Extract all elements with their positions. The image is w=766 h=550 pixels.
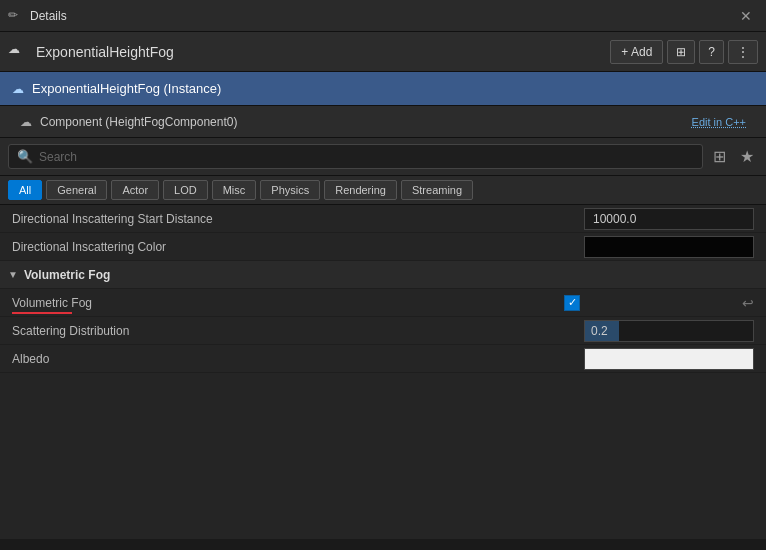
- scattering-distribution-value[interactable]: 0.2: [584, 320, 754, 342]
- details-icon: ✏: [8, 8, 24, 24]
- volumetric-fog-checkbox-container: ✓: [564, 295, 734, 311]
- component-left: ☁ Component (HeightFogComponent0): [20, 115, 237, 129]
- content-area: Directional Inscattering Start Distance …: [0, 205, 766, 539]
- volumetric-fog-section-header[interactable]: ▼ Volumetric Fog: [0, 261, 766, 289]
- volumetric-fog-toggle-label: Volumetric Fog: [12, 296, 564, 310]
- title-bar: ✏ Details ✕: [0, 0, 766, 32]
- directional-inscattering-color-label: Directional Inscattering Color: [12, 240, 584, 254]
- add-button[interactable]: + Add: [610, 40, 663, 64]
- scattering-distribution-label: Scattering Distribution: [12, 324, 584, 338]
- instance-row[interactable]: ☁ ExponentialHeightFog (Instance): [0, 72, 766, 106]
- grid-layout-button[interactable]: ⊞: [667, 40, 695, 64]
- search-icon: 🔍: [17, 149, 33, 164]
- tab-streaming[interactable]: Streaming: [401, 180, 473, 200]
- volumetric-fog-toggle-row: Volumetric Fog ✓ ↩: [0, 289, 766, 317]
- tab-lod[interactable]: LOD: [163, 180, 208, 200]
- component-name: Component (HeightFogComponent0): [40, 115, 237, 129]
- tab-all[interactable]: All: [8, 180, 42, 200]
- volumetric-fog-checkbox[interactable]: ✓: [564, 295, 580, 311]
- edit-in-cpp-link[interactable]: Edit in C++: [692, 116, 746, 128]
- panel-title: Details: [30, 9, 734, 23]
- more-options-button[interactable]: ⋮: [728, 40, 758, 64]
- albedo-label: Albedo: [12, 352, 584, 366]
- tab-physics[interactable]: Physics: [260, 180, 320, 200]
- directional-inscattering-color-swatch[interactable]: [584, 236, 754, 258]
- section-expand-arrow: ▼: [8, 269, 18, 280]
- search-row: 🔍 ⊞ ★: [0, 138, 766, 176]
- actor-header: ☁ ExponentialHeightFog + Add ⊞ ? ⋮: [0, 32, 766, 72]
- directional-inscattering-start-distance-value[interactable]: 10000.0: [584, 208, 754, 230]
- section-title: Volumetric Fog: [24, 268, 110, 282]
- actor-name: ExponentialHeightFog: [36, 44, 610, 60]
- tab-general[interactable]: General: [46, 180, 107, 200]
- volumetric-fog-reset-button[interactable]: ↩: [742, 295, 754, 311]
- tab-actor[interactable]: Actor: [111, 180, 159, 200]
- filter-grid-button[interactable]: ⊞: [709, 145, 730, 168]
- search-box: 🔍: [8, 144, 703, 169]
- component-fog-icon: ☁: [20, 115, 32, 129]
- actor-fog-icon: ☁: [8, 42, 28, 62]
- filter-tabs: All General Actor LOD Misc Physics Rende…: [0, 176, 766, 205]
- scattering-distribution-text: 0.2: [585, 324, 614, 338]
- albedo-row: Albedo: [0, 345, 766, 373]
- search-input[interactable]: [39, 150, 694, 164]
- albedo-swatch[interactable]: [584, 348, 754, 370]
- help-button[interactable]: ?: [699, 40, 724, 64]
- instance-fog-icon: ☁: [12, 82, 24, 96]
- instance-name: ExponentialHeightFog (Instance): [32, 81, 221, 96]
- tab-rendering[interactable]: Rendering: [324, 180, 397, 200]
- directional-inscattering-color-row: Directional Inscattering Color: [0, 233, 766, 261]
- favorites-button[interactable]: ★: [736, 145, 758, 168]
- directional-inscattering-start-distance-row: Directional Inscattering Start Distance …: [0, 205, 766, 233]
- directional-inscattering-start-distance-label: Directional Inscattering Start Distance: [12, 212, 584, 226]
- component-row: ☁ Component (HeightFogComponent0) Edit i…: [0, 106, 766, 138]
- scattering-distribution-row: Scattering Distribution 0.2: [0, 317, 766, 345]
- close-button[interactable]: ✕: [734, 6, 758, 26]
- tab-misc[interactable]: Misc: [212, 180, 257, 200]
